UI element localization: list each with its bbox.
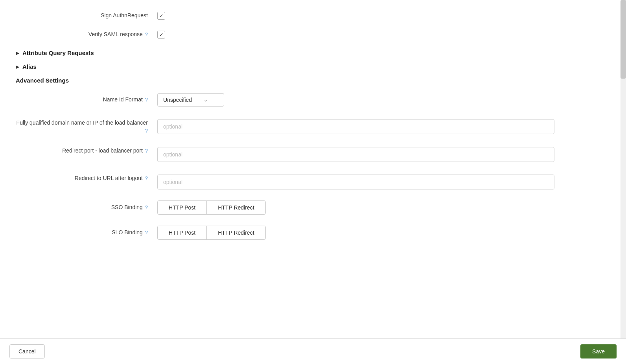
redirect-port-input[interactable] (157, 147, 554, 162)
name-id-format-row: Name Id Format ? Unspecified ⌄ (16, 93, 566, 107)
fqdn-control (157, 119, 566, 134)
sso-binding-http-redirect-button[interactable]: HTTP Redirect (207, 201, 265, 214)
fqdn-row: Fully qualified domain name or IP of the… (16, 118, 566, 134)
sso-binding-control: HTTP Post HTTP Redirect (157, 200, 566, 215)
alias-arrow-icon: ▶ (16, 64, 19, 70)
alias-section[interactable]: ▶ Alias (16, 63, 566, 70)
slo-binding-button-group: HTTP Post HTTP Redirect (157, 226, 266, 240)
name-id-format-chevron-icon: ⌄ (204, 97, 208, 103)
redirect-url-input[interactable] (157, 175, 554, 189)
verify-saml-help-icon[interactable]: ? (145, 31, 148, 37)
name-id-format-dropdown[interactable]: Unspecified ⌄ (157, 93, 224, 107)
redirect-url-control (157, 175, 566, 189)
redirect-url-help-icon[interactable]: ? (145, 175, 148, 181)
name-id-format-value: Unspecified (163, 97, 192, 103)
name-id-format-help-icon[interactable]: ? (145, 97, 148, 103)
scrollbar-track (620, 0, 626, 338)
redirect-port-control (157, 147, 566, 162)
redirect-port-help-icon[interactable]: ? (145, 148, 148, 154)
sso-binding-label: SSO Binding ? (16, 204, 157, 211)
redirect-port-label: Redirect port - load balancer port ? (16, 147, 157, 155)
attribute-query-arrow-icon: ▶ (16, 50, 19, 56)
redirect-port-row: Redirect port - load balancer port ? (16, 145, 566, 162)
fqdn-label: Fully qualified domain name or IP of the… (16, 119, 157, 134)
verify-saml-response-checkbox[interactable]: ✓ (157, 31, 165, 39)
slo-binding-label: SLO Binding ? (16, 229, 157, 237)
attribute-query-requests-section[interactable]: ▶ Attribute Query Requests (16, 50, 566, 56)
verify-saml-response-label: Verify SAML response ? (16, 31, 157, 39)
sso-binding-row: SSO Binding ? HTTP Post HTTP Redirect (16, 200, 566, 215)
sso-binding-button-group: HTTP Post HTTP Redirect (157, 200, 266, 215)
save-button[interactable]: Save (580, 344, 617, 358)
redirect-url-row: Redirect to URL after logout ? (16, 173, 566, 189)
sso-binding-http-post-button[interactable]: HTTP Post (158, 201, 207, 214)
slo-binding-help-icon[interactable]: ? (145, 230, 148, 235)
slo-binding-http-redirect-button[interactable]: HTTP Redirect (207, 226, 265, 239)
slo-binding-row: SLO Binding ? HTTP Post HTTP Redirect (16, 226, 566, 240)
fqdn-input[interactable] (157, 119, 554, 134)
sign-authn-request-checkbox[interactable]: ✓ (157, 12, 165, 20)
sso-binding-help-icon[interactable]: ? (145, 204, 148, 210)
scrollbar-thumb[interactable] (620, 0, 626, 79)
slo-binding-control: HTTP Post HTTP Redirect (157, 226, 566, 240)
redirect-url-label: Redirect to URL after logout ? (16, 175, 157, 182)
alias-label: Alias (22, 63, 37, 70)
slo-binding-http-post-button[interactable]: HTTP Post (158, 226, 207, 239)
footer-bar: Cancel Save (0, 338, 626, 364)
attribute-query-requests-label: Attribute Query Requests (22, 50, 94, 56)
fqdn-help-icon[interactable]: ? (145, 128, 148, 134)
name-id-format-control: Unspecified ⌄ (157, 93, 566, 107)
cancel-button[interactable]: Cancel (9, 344, 45, 358)
sign-authn-request-label: Sign AuthnRequest (16, 12, 157, 20)
advanced-settings-heading: Advanced Settings (16, 77, 566, 84)
name-id-format-label: Name Id Format ? (16, 96, 157, 104)
